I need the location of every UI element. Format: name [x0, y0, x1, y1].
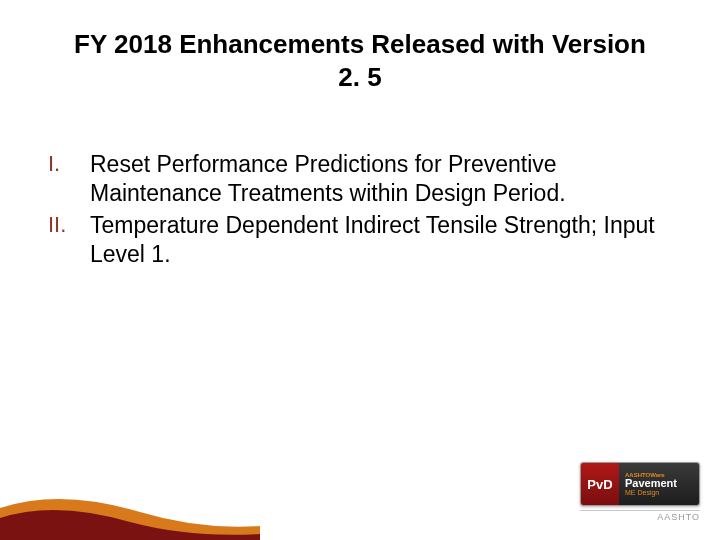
enhancements-list: I. Reset Performance Predictions for Pre… [48, 150, 672, 272]
slide-title: FY 2018 Enhancements Released with Versi… [60, 28, 660, 93]
list-item-text: Temperature Dependent Indirect Tensile S… [90, 211, 672, 270]
list-item-text: Reset Performance Predictions for Preven… [90, 150, 672, 209]
pavement-me-logo-icon: PvD AASHTOWare Pavement ME Design [580, 462, 700, 506]
list-marker: I. [48, 150, 90, 178]
brand-footer: AASHTO [580, 510, 700, 522]
swoosh-decoration-icon [0, 470, 260, 540]
list-marker: II. [48, 211, 90, 239]
brand-area: PvD AASHTOWare Pavement ME Design AASHTO [580, 462, 700, 522]
brand-text: AASHTOWare Pavement ME Design [619, 463, 699, 505]
brand-main: Pavement [625, 478, 693, 489]
list-item: I. Reset Performance Predictions for Pre… [48, 150, 672, 209]
brand-sub: ME Design [625, 489, 693, 496]
list-item: II. Temperature Dependent Indirect Tensi… [48, 211, 672, 270]
slide: FY 2018 Enhancements Released with Versi… [0, 0, 720, 540]
brand-badge: PvD [581, 463, 619, 505]
